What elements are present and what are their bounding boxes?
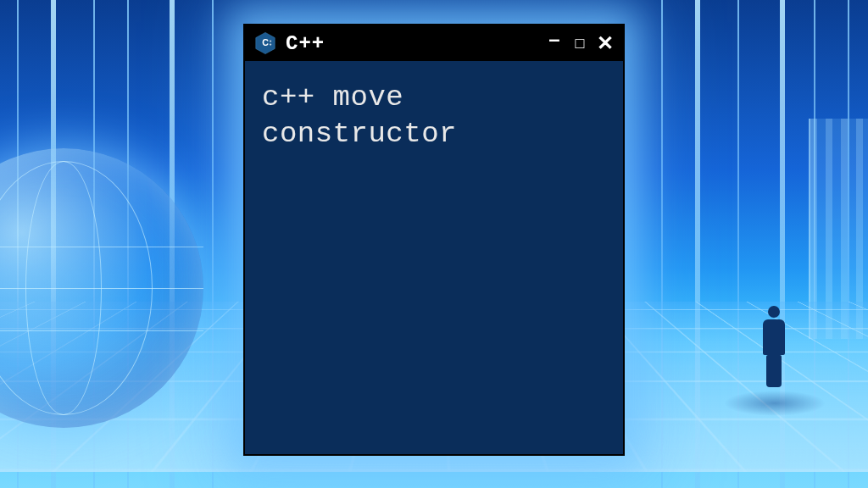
window-controls: – □ ✕ xyxy=(545,33,615,53)
terminal-content: c++ move constructor xyxy=(245,61,623,170)
svg-text:+: + xyxy=(270,42,272,47)
terminal-window: C + + C++ – □ ✕ c++ move constructor xyxy=(243,24,625,456)
cpp-icon: C + + xyxy=(253,31,277,55)
minimize-button[interactable]: – xyxy=(545,29,564,49)
terminal-line-2: constructor xyxy=(262,116,606,152)
maximize-button[interactable]: □ xyxy=(570,36,589,51)
standing-figure xyxy=(760,306,787,386)
figure-shadow xyxy=(724,391,826,416)
svg-text:C: C xyxy=(262,37,269,47)
close-button[interactable]: ✕ xyxy=(596,33,615,53)
terminal-line-1: c++ move xyxy=(262,80,606,116)
window-titlebar[interactable]: C + + C++ – □ ✕ xyxy=(245,25,623,61)
window-title: C++ xyxy=(286,32,325,55)
